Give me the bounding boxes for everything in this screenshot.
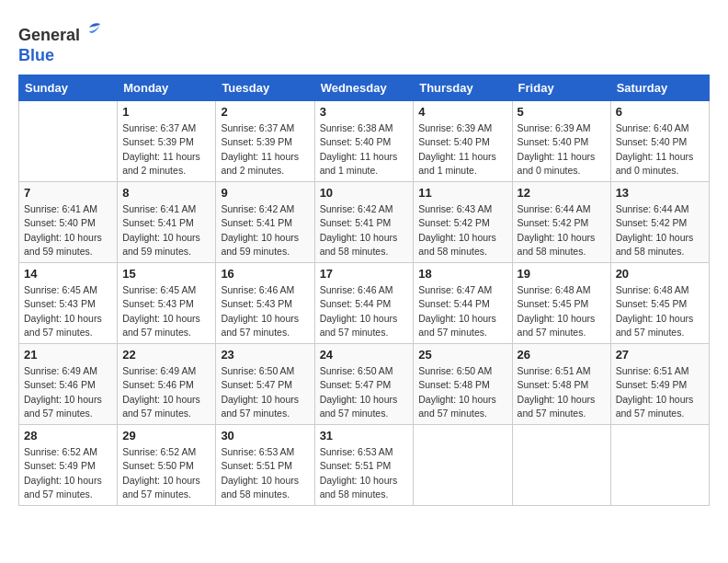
calendar-cell: 3Sunrise: 6:38 AMSunset: 5:40 PMDaylight… — [314, 101, 414, 182]
day-number: 22 — [122, 348, 210, 362]
calendar-cell: 2Sunrise: 6:37 AMSunset: 5:39 PMDaylight… — [216, 101, 314, 182]
cell-info: Sunrise: 6:47 AMSunset: 5:44 PMDaylight:… — [418, 283, 506, 339]
cell-info: Sunrise: 6:42 AMSunset: 5:41 PMDaylight:… — [320, 202, 409, 259]
weekday-header-row: SundayMondayTuesdayWednesdayThursdayFrid… — [19, 75, 710, 101]
day-number: 3 — [320, 105, 409, 119]
cell-info: Sunrise: 6:51 AMSunset: 5:48 PMDaylight:… — [518, 364, 606, 420]
day-number: 21 — [24, 348, 112, 362]
calendar-cell: 28Sunrise: 6:52 AMSunset: 5:49 PMDayligh… — [19, 425, 118, 506]
calendar-cell: 30Sunrise: 6:53 AMSunset: 5:51 PMDayligh… — [216, 425, 314, 506]
cell-info: Sunrise: 6:41 AMSunset: 5:40 PMDaylight:… — [24, 202, 112, 259]
calendar-cell: 27Sunrise: 6:51 AMSunset: 5:49 PMDayligh… — [610, 344, 709, 425]
calendar-cell: 23Sunrise: 6:50 AMSunset: 5:47 PMDayligh… — [216, 344, 314, 425]
calendar-cell — [512, 425, 610, 506]
weekday-header-saturday: Saturday — [610, 75, 709, 101]
cell-info: Sunrise: 6:38 AMSunset: 5:40 PMDaylight:… — [320, 121, 409, 178]
day-number: 31 — [320, 429, 409, 442]
calendar-week-row: 28Sunrise: 6:52 AMSunset: 5:49 PMDayligh… — [19, 425, 710, 506]
calendar-week-row: 7Sunrise: 6:41 AMSunset: 5:40 PMDaylight… — [19, 182, 710, 263]
cell-info: Sunrise: 6:53 AMSunset: 5:51 PMDaylight:… — [221, 445, 309, 501]
calendar-cell: 29Sunrise: 6:52 AMSunset: 5:50 PMDayligh… — [118, 425, 216, 506]
day-number: 30 — [221, 429, 309, 442]
cell-info: Sunrise: 6:48 AMSunset: 5:45 PMDaylight:… — [518, 283, 606, 339]
day-number: 15 — [122, 267, 210, 281]
cell-info: Sunrise: 6:50 AMSunset: 5:47 PMDaylight:… — [221, 364, 309, 420]
day-number: 2 — [221, 105, 309, 119]
weekday-header-friday: Friday — [512, 75, 610, 101]
day-number: 20 — [616, 267, 704, 281]
cell-info: Sunrise: 6:40 AMSunset: 5:40 PMDaylight:… — [616, 121, 704, 178]
day-number: 24 — [320, 348, 409, 362]
cell-info: Sunrise: 6:39 AMSunset: 5:40 PMDaylight:… — [518, 121, 606, 178]
day-number: 13 — [616, 186, 704, 200]
cell-info: Sunrise: 6:37 AMSunset: 5:39 PMDaylight:… — [221, 121, 309, 178]
day-number: 14 — [24, 267, 112, 281]
calendar-cell: 22Sunrise: 6:49 AMSunset: 5:46 PMDayligh… — [118, 344, 216, 425]
cell-info: Sunrise: 6:49 AMSunset: 5:46 PMDaylight:… — [122, 364, 210, 420]
calendar-cell: 13Sunrise: 6:44 AMSunset: 5:42 PMDayligh… — [610, 182, 709, 263]
day-number: 27 — [616, 348, 704, 362]
cell-info: Sunrise: 6:46 AMSunset: 5:43 PMDaylight:… — [221, 283, 309, 339]
day-number: 8 — [122, 186, 210, 200]
cell-info: Sunrise: 6:44 AMSunset: 5:42 PMDaylight:… — [518, 202, 606, 259]
calendar-cell: 12Sunrise: 6:44 AMSunset: 5:42 PMDayligh… — [512, 182, 610, 263]
cell-info: Sunrise: 6:53 AMSunset: 5:51 PMDaylight:… — [320, 445, 409, 501]
cell-info: Sunrise: 6:52 AMSunset: 5:49 PMDaylight:… — [24, 445, 112, 501]
calendar-cell: 31Sunrise: 6:53 AMSunset: 5:51 PMDayligh… — [314, 425, 414, 506]
cell-info: Sunrise: 6:51 AMSunset: 5:49 PMDaylight:… — [616, 364, 704, 420]
day-number: 7 — [24, 186, 112, 200]
calendar-cell: 20Sunrise: 6:48 AMSunset: 5:45 PMDayligh… — [610, 263, 709, 344]
day-number: 26 — [518, 348, 606, 362]
calendar-week-row: 21Sunrise: 6:49 AMSunset: 5:46 PMDayligh… — [19, 344, 710, 425]
calendar-cell: 25Sunrise: 6:50 AMSunset: 5:48 PMDayligh… — [414, 344, 512, 425]
cell-info: Sunrise: 6:52 AMSunset: 5:50 PMDaylight:… — [122, 445, 210, 501]
calendar-week-row: 1Sunrise: 6:37 AMSunset: 5:39 PMDaylight… — [19, 101, 710, 182]
cell-info: Sunrise: 6:37 AMSunset: 5:39 PMDaylight:… — [122, 121, 210, 178]
cell-info: Sunrise: 6:39 AMSunset: 5:40 PMDaylight:… — [418, 121, 506, 178]
weekday-header-sunday: Sunday — [19, 75, 118, 101]
calendar-cell: 7Sunrise: 6:41 AMSunset: 5:40 PMDaylight… — [19, 182, 118, 263]
cell-info: Sunrise: 6:41 AMSunset: 5:41 PMDaylight:… — [122, 202, 210, 259]
calendar-cell: 11Sunrise: 6:43 AMSunset: 5:42 PMDayligh… — [414, 182, 512, 263]
calendar-cell: 1Sunrise: 6:37 AMSunset: 5:39 PMDaylight… — [118, 101, 216, 182]
cell-info: Sunrise: 6:42 AMSunset: 5:41 PMDaylight:… — [221, 202, 309, 259]
calendar-week-row: 14Sunrise: 6:45 AMSunset: 5:43 PMDayligh… — [19, 263, 710, 344]
day-number: 17 — [320, 267, 409, 281]
page-header: General Blue — [18, 18, 710, 65]
calendar-table: SundayMondayTuesdayWednesdayThursdayFrid… — [18, 75, 710, 506]
cell-info: Sunrise: 6:48 AMSunset: 5:45 PMDaylight:… — [616, 283, 704, 339]
cell-info: Sunrise: 6:50 AMSunset: 5:48 PMDaylight:… — [418, 364, 506, 420]
calendar-cell: 19Sunrise: 6:48 AMSunset: 5:45 PMDayligh… — [512, 263, 610, 344]
calendar-cell: 4Sunrise: 6:39 AMSunset: 5:40 PMDaylight… — [414, 101, 512, 182]
cell-info: Sunrise: 6:50 AMSunset: 5:47 PMDaylight:… — [320, 364, 409, 420]
cell-info: Sunrise: 6:49 AMSunset: 5:46 PMDaylight:… — [24, 364, 112, 420]
logo-bird-icon — [82, 18, 104, 40]
day-number: 6 — [616, 105, 704, 119]
calendar-cell: 18Sunrise: 6:47 AMSunset: 5:44 PMDayligh… — [414, 263, 512, 344]
weekday-header-monday: Monday — [118, 75, 216, 101]
day-number: 19 — [518, 267, 606, 281]
weekday-header-thursday: Thursday — [414, 75, 512, 101]
cell-info: Sunrise: 6:46 AMSunset: 5:44 PMDaylight:… — [320, 283, 409, 339]
day-number: 28 — [24, 429, 112, 442]
day-number: 18 — [418, 267, 506, 281]
calendar-cell: 16Sunrise: 6:46 AMSunset: 5:43 PMDayligh… — [216, 263, 314, 344]
logo-general: General — [18, 26, 80, 44]
day-number: 25 — [418, 348, 506, 362]
weekday-header-tuesday: Tuesday — [216, 75, 314, 101]
calendar-cell: 26Sunrise: 6:51 AMSunset: 5:48 PMDayligh… — [512, 344, 610, 425]
cell-info: Sunrise: 6:45 AMSunset: 5:43 PMDaylight:… — [122, 283, 210, 339]
day-number: 16 — [221, 267, 309, 281]
calendar-cell — [610, 425, 709, 506]
cell-info: Sunrise: 6:45 AMSunset: 5:43 PMDaylight:… — [24, 283, 112, 339]
calendar-cell: 5Sunrise: 6:39 AMSunset: 5:40 PMDaylight… — [512, 101, 610, 182]
day-number: 12 — [518, 186, 606, 200]
calendar-cell: 10Sunrise: 6:42 AMSunset: 5:41 PMDayligh… — [314, 182, 414, 263]
calendar-cell: 15Sunrise: 6:45 AMSunset: 5:43 PMDayligh… — [118, 263, 216, 344]
calendar-cell: 17Sunrise: 6:46 AMSunset: 5:44 PMDayligh… — [314, 263, 414, 344]
logo-blue: Blue — [18, 46, 54, 64]
day-number: 23 — [221, 348, 309, 362]
day-number: 1 — [122, 105, 210, 119]
day-number: 4 — [418, 105, 506, 119]
calendar-cell: 24Sunrise: 6:50 AMSunset: 5:47 PMDayligh… — [314, 344, 414, 425]
